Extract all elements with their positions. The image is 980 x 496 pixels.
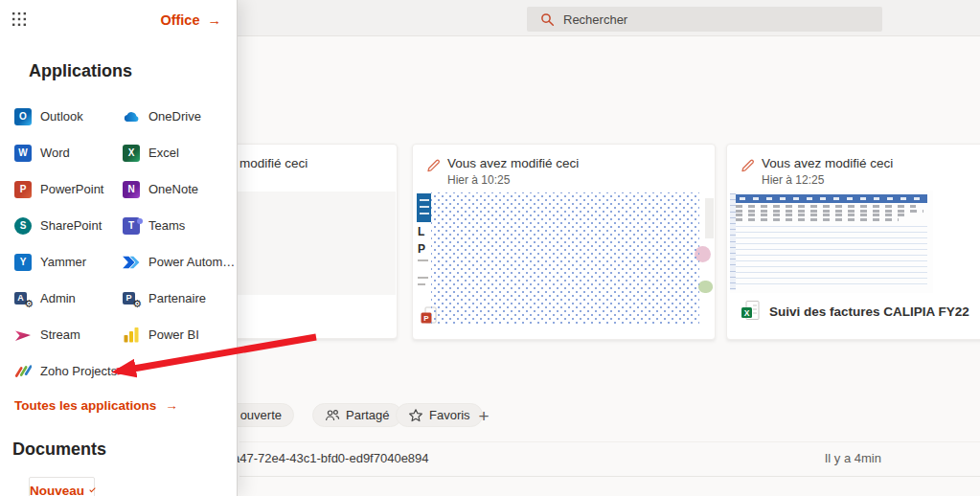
file-name: Suivi des factures CALIPIA FY22 bbox=[769, 304, 969, 319]
filter-label: Partagé bbox=[346, 408, 390, 422]
stream-icon bbox=[14, 327, 32, 344]
list-divider bbox=[239, 476, 980, 477]
documents-heading: Documents bbox=[12, 440, 106, 460]
preview-letter: L bbox=[418, 225, 424, 238]
app-item-word[interactable]: W Word bbox=[14, 143, 122, 166]
app-item-power-automate[interactable]: Power Autom… bbox=[123, 252, 230, 275]
search-input[interactable] bbox=[563, 12, 882, 27]
app-item-zoho-projects[interactable]: Zoho Projects bbox=[14, 361, 122, 384]
spreadsheet-thumbnail bbox=[728, 191, 980, 293]
app-label: Excel bbox=[148, 146, 179, 160]
excel-icon: X bbox=[123, 145, 140, 162]
app-launcher-waffle-button[interactable] bbox=[8, 8, 31, 31]
preview-photo-fragment bbox=[705, 198, 714, 238]
spreadsheet-preview bbox=[730, 191, 933, 293]
app-label: Power BI bbox=[148, 327, 199, 342]
arrow-right-icon bbox=[165, 398, 178, 413]
app-label: Teams bbox=[148, 218, 185, 233]
search-bar[interactable] bbox=[527, 7, 882, 32]
new-document-button[interactable]: Nouveau bbox=[29, 477, 95, 496]
excel-file-icon: X bbox=[741, 300, 762, 321]
preview-photo-fragment bbox=[698, 281, 713, 293]
all-applications-label: Toutes les applications bbox=[14, 398, 156, 413]
filter-pill-shared[interactable]: Partagé bbox=[312, 403, 402, 427]
pencil-icon bbox=[425, 157, 442, 173]
add-filter-button[interactable] bbox=[471, 403, 496, 428]
card-activity-text: Vous avez modifié ceci bbox=[762, 156, 893, 170]
office-link-label: Office bbox=[160, 12, 199, 28]
app-label: Power Autom… bbox=[148, 255, 235, 269]
sharepoint-icon: S bbox=[14, 217, 32, 235]
app-launcher-panel: Office Applications O Outlook OneDrive W… bbox=[0, 0, 238, 496]
search-icon bbox=[540, 12, 555, 27]
pencil-icon bbox=[740, 157, 756, 173]
app-item-stream[interactable]: Stream bbox=[14, 325, 122, 348]
spreadsheet-grid-lines bbox=[736, 221, 927, 289]
document-row-modified: Il y a 4min bbox=[825, 451, 881, 465]
preview-title-block bbox=[417, 193, 431, 222]
spreadsheet-header-row bbox=[736, 194, 927, 203]
document-card-2[interactable]: Vous avez modifié ceci Hier à 10:25 L P … bbox=[412, 144, 716, 340]
redaction-dot-pattern bbox=[431, 192, 699, 325]
app-item-onenote[interactable]: N OneNote bbox=[123, 179, 230, 202]
card-activity-text: modifié ceci bbox=[239, 156, 308, 170]
powerpoint-icon: P bbox=[14, 181, 32, 198]
filter-pill-favorites[interactable]: Favoris bbox=[396, 403, 483, 427]
app-item-excel[interactable]: X Excel bbox=[123, 143, 230, 166]
card-activity-text: Vous avez modifié ceci bbox=[447, 156, 579, 170]
admin-icon: A bbox=[14, 290, 32, 307]
new-button-label: Nouveau bbox=[30, 484, 84, 496]
svg-text:P: P bbox=[423, 314, 429, 323]
list-divider bbox=[239, 441, 980, 442]
star-icon bbox=[408, 408, 423, 423]
app-item-sharepoint[interactable]: S SharePoint bbox=[14, 215, 122, 238]
app-item-outlook[interactable]: O Outlook bbox=[14, 106, 122, 129]
app-label: Stream bbox=[40, 327, 80, 342]
app-item-admin[interactable]: A Admin bbox=[14, 288, 122, 311]
app-label: OneNote bbox=[148, 182, 198, 196]
app-item-powerpoint[interactable]: P PowerPoint bbox=[14, 179, 122, 202]
onedrive-icon bbox=[123, 108, 140, 125]
applications-heading: Applications bbox=[29, 61, 132, 81]
app-item-yammer[interactable]: Y Yammer bbox=[14, 252, 122, 275]
power-bi-icon bbox=[123, 327, 140, 344]
onenote-icon: N bbox=[123, 181, 140, 198]
app-item-teams[interactable]: T Teams bbox=[123, 215, 230, 238]
card-activity-time: Hier à 10:25 bbox=[447, 173, 510, 187]
svg-text:X: X bbox=[744, 308, 750, 318]
app-item-partner[interactable]: P Partenaire bbox=[123, 288, 230, 311]
app-label: Zoho Projects bbox=[40, 364, 117, 378]
document-card-3[interactable]: Vous avez modifié ceci Hier à 12:25 X Su… bbox=[726, 144, 980, 340]
app-label: Admin bbox=[40, 291, 76, 305]
arrow-right-icon bbox=[208, 12, 222, 28]
zoho-projects-icon bbox=[14, 363, 32, 380]
people-icon bbox=[325, 408, 340, 423]
filter-label: Favoris bbox=[429, 408, 470, 422]
app-item-power-bi[interactable]: Power BI bbox=[123, 325, 230, 348]
word-icon: W bbox=[14, 145, 32, 162]
preview-letter: P bbox=[418, 242, 425, 256]
outlook-icon: O bbox=[14, 108, 32, 125]
partner-icon: P bbox=[123, 290, 140, 307]
document-row-name[interactable]: a47-72e4-43c1-bfd0-ed9f7040e894 bbox=[233, 451, 429, 465]
card-activity-time: Hier à 12:25 bbox=[762, 173, 824, 187]
all-applications-link[interactable]: Toutes les applications bbox=[14, 398, 178, 413]
app-item-onedrive[interactable]: OneDrive bbox=[123, 106, 230, 129]
app-label: Yammer bbox=[40, 255, 86, 269]
app-label: SharePoint bbox=[40, 218, 102, 233]
app-label: Word bbox=[40, 146, 70, 160]
document-thumbnail: L P P bbox=[414, 191, 714, 327]
app-label: PowerPoint bbox=[40, 182, 103, 196]
office-home-link[interactable]: Office bbox=[160, 12, 221, 28]
app-label: Partenaire bbox=[148, 291, 206, 305]
teams-icon: T bbox=[123, 217, 140, 235]
app-label: Outlook bbox=[40, 109, 83, 124]
app-label: OneDrive bbox=[148, 109, 201, 124]
chevron-down-icon bbox=[89, 485, 95, 491]
waffle-icon bbox=[11, 11, 27, 27]
office-home-screen: modifié ceci Vous avez modifié ceci Hier… bbox=[0, 0, 980, 496]
power-automate-icon bbox=[123, 254, 140, 271]
yammer-icon: Y bbox=[14, 254, 32, 271]
